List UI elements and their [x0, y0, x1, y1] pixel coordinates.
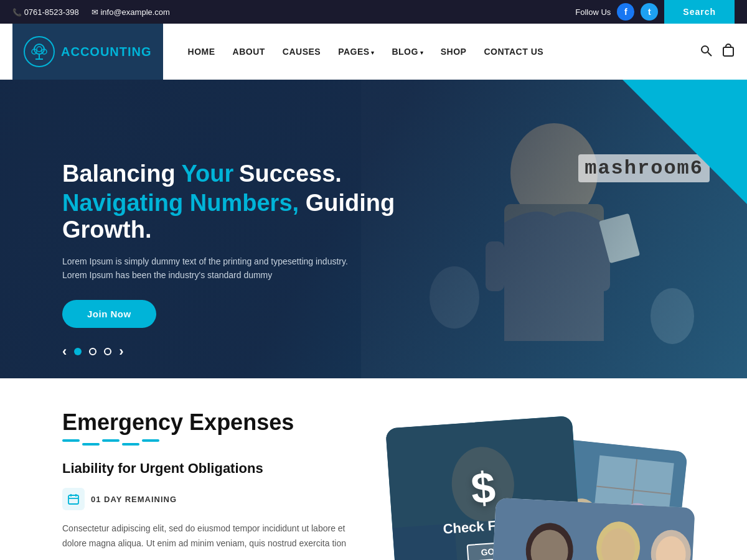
- top-bar-left: 0761-8523-398 info@example.com: [12, 7, 170, 17]
- logo-area: ACCOUNTING: [12, 24, 163, 80]
- nav-links: HOME ABOUT CAUSES PAGES BLOG SHOP CONTAC…: [188, 46, 700, 57]
- dollar-icon: $: [469, 465, 497, 511]
- top-bar: 0761-8523-398 info@example.com Follow Us…: [0, 0, 747, 24]
- svg-line-7: [708, 52, 712, 56]
- nav-item-shop[interactable]: SHOP: [441, 46, 467, 57]
- phone-icon: [12, 7, 22, 17]
- section-right: $ Check Funds GO Lorem Ipsum is simply: [386, 409, 685, 560]
- slider-dot-2[interactable]: [89, 348, 96, 355]
- cart-button[interactable]: [722, 44, 735, 60]
- phone-contact: 0761-8523-398: [12, 7, 79, 17]
- svg-point-6: [702, 46, 708, 53]
- slider-dot-1[interactable]: [74, 348, 82, 355]
- slider-prev-button[interactable]: ‹: [62, 343, 67, 360]
- nav-item-blog[interactable]: BLOG: [392, 46, 423, 57]
- people-card: [487, 498, 695, 560]
- nav-item-causes[interactable]: CAUSES: [283, 46, 321, 57]
- logo-icon: [24, 36, 55, 67]
- logo-text: ACCOUNTING: [61, 45, 152, 59]
- hero-section: mashroom6 Balancing Your Success. Naviga…: [0, 80, 747, 378]
- email-contact: info@example.com: [92, 7, 170, 17]
- follow-us-label: Follow Us: [575, 7, 611, 17]
- hero-cyan-triangle: [622, 80, 747, 204]
- join-now-button[interactable]: Join Now: [62, 300, 156, 328]
- navbar: ACCOUNTING HOME ABOUT CAUSES PAGES BLOG …: [0, 24, 747, 80]
- section-body-text: Consectetur adipiscing elit, sed do eius…: [62, 521, 361, 551]
- slider-controls: ‹ ›: [62, 343, 124, 360]
- email-icon: [92, 7, 98, 17]
- nav-item-pages[interactable]: PAGES: [338, 46, 374, 57]
- card-stack: $ Check Funds GO Lorem Ipsum is simply: [392, 422, 679, 560]
- facebook-icon[interactable]: f: [617, 3, 634, 21]
- slider-next-button[interactable]: ›: [119, 343, 123, 360]
- calendar-icon: [62, 488, 85, 510]
- top-bar-right: Follow Us f t Search: [575, 0, 735, 24]
- section-subtitle: Liability for Urgent Obligations: [62, 460, 361, 477]
- hero-subtitle: Lorem Ipsum is simply dummy text of the …: [62, 254, 361, 282]
- twitter-icon[interactable]: t: [641, 3, 658, 21]
- svg-point-1: [37, 47, 42, 52]
- section-left: Emergency Expenses Liability for Urgent …: [62, 409, 361, 560]
- nav-search-button[interactable]: [700, 44, 712, 60]
- section-title: Emergency Expenses: [62, 409, 361, 436]
- main-section: Emergency Expenses Liability for Urgent …: [0, 378, 747, 560]
- slider-dot-3[interactable]: [104, 348, 111, 355]
- nav-item-home[interactable]: HOME: [188, 46, 215, 57]
- hero-title-line1: Balancing Your Success.: [62, 161, 423, 187]
- remaining-row: 01 DAY REMAINING: [62, 488, 361, 510]
- top-search-button[interactable]: Search: [664, 0, 735, 24]
- svg-rect-17: [68, 495, 78, 504]
- svg-rect-8: [723, 47, 733, 56]
- nav-item-contact[interactable]: CONTACT US: [484, 46, 543, 57]
- nav-icons: [700, 44, 735, 60]
- nav-item-about[interactable]: ABOUT: [233, 46, 265, 57]
- hero-content: Balancing Your Success. Navigating Numbe…: [62, 161, 423, 328]
- remaining-text: 01 DAY REMAINING: [91, 495, 177, 504]
- section-wave-divider: [62, 439, 361, 446]
- hero-title-line2: Navigating Numbers, Guiding Growth.: [62, 190, 423, 243]
